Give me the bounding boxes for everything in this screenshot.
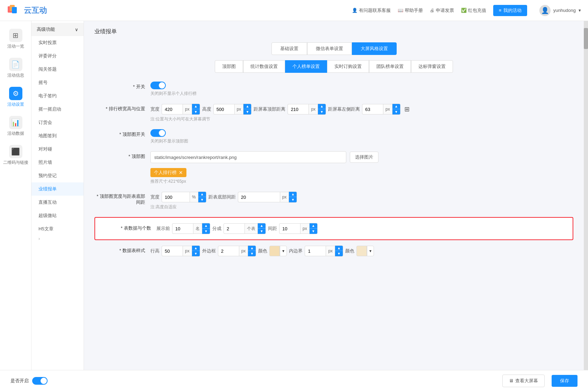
sidebar-item-order[interactable]: 订货会: [31, 116, 84, 129]
bottom-margin-up-btn[interactable]: ▲: [289, 192, 297, 197]
data-icon: 📊: [9, 116, 22, 129]
height-unit: px: [234, 104, 243, 114]
row-height-unit: px: [183, 246, 192, 256]
sidebar-item-activity-data[interactable]: 📊 活动数据: [0, 112, 31, 141]
split-up-btn[interactable]: ▲: [258, 223, 265, 229]
nav-invoice[interactable]: 🖨 申请发票: [430, 7, 454, 14]
sidebar-item-h5[interactable]: H5文章: [31, 222, 84, 236]
header-nav: 👤 有问题联系客服 📖 帮助手册 🖨 申请发票 ✅ 红包充值 ≡ 我的活动 👤 …: [352, 5, 581, 16]
logo-icon: [7, 4, 21, 18]
color2-swatch[interactable]: [356, 246, 367, 256]
top-dist-down-btn[interactable]: ▼: [318, 109, 326, 114]
nav-recharge[interactable]: ✅ 红包充值: [461, 7, 486, 14]
tab-group-main: 基础设置 微信表单设置 大屏风格设置: [94, 42, 573, 55]
topimg-width-input[interactable]: [162, 192, 190, 202]
switch-toggle[interactable]: [150, 82, 166, 89]
file-path-input[interactable]: [150, 151, 346, 163]
subtab-personal-rank[interactable]: 个人榜单设置: [285, 60, 327, 73]
subtab-target-popup[interactable]: 达标弹窗设置: [411, 60, 453, 73]
left-dist-up-btn[interactable]: ▲: [392, 104, 400, 109]
height-down-btn[interactable]: ▼: [243, 109, 251, 114]
user-area[interactable]: 👤 yunhudong ▾: [539, 5, 581, 16]
outer-border-input[interactable]: [218, 246, 239, 256]
subtab-top-image[interactable]: 顶部图: [215, 60, 243, 73]
nav-help[interactable]: 📖 帮助手册: [398, 7, 423, 14]
sidebar-item-reservation[interactable]: 预约登记: [31, 169, 84, 182]
topimg-width-up-btn[interactable]: ▲: [198, 192, 206, 197]
bottom-toggle[interactable]: [32, 377, 48, 385]
topimg-width-down-btn[interactable]: ▼: [198, 197, 206, 202]
sidebar-item-quiz[interactable]: 闯关答题: [31, 63, 84, 76]
split-input-box: 个表 ▲ ▼: [224, 223, 266, 234]
logo: 云互动: [7, 4, 47, 18]
height-up-btn[interactable]: ▲: [243, 104, 251, 109]
sidebar-item-lottery[interactable]: 摇号: [31, 76, 84, 89]
show-before-up-btn[interactable]: ▲: [202, 223, 210, 229]
tab-wechat-form[interactable]: 微信表单设置: [307, 42, 352, 55]
sidebar-item-qr[interactable]: ⬛ 二维码与链接: [0, 141, 31, 170]
sidebar-item-photo-wall[interactable]: 照片墙: [31, 156, 84, 169]
gap-up-btn[interactable]: ▲: [310, 223, 317, 229]
topimg-content: 选择图片 个人排行榜 ✕ 推荐尺寸:421*65px: [150, 151, 573, 184]
bottom-margin-label: 距表底部间距: [208, 194, 236, 200]
width-down-btn[interactable]: ▼: [192, 109, 200, 114]
save-button[interactable]: 保存: [552, 375, 578, 387]
sidebar-item-activity-settings[interactable]: ⚙ 活动设置: [0, 83, 31, 112]
color1-dropdown[interactable]: ▾: [280, 246, 287, 256]
row-height-input[interactable]: [162, 246, 183, 256]
sidebar-item-judge[interactable]: 评委评分: [31, 49, 84, 63]
scrollbar[interactable]: [584, 21, 588, 370]
inner-border-up-btn[interactable]: ▲: [335, 246, 343, 251]
color2-dropdown[interactable]: ▾: [367, 246, 374, 256]
sidebar-item-map[interactable]: 地图签到: [31, 129, 84, 142]
subtab-stats[interactable]: 统计数值设置: [243, 60, 285, 73]
top-dist-input[interactable]: [288, 104, 309, 114]
subtab-realtime-order[interactable]: 实时订购设置: [327, 60, 369, 73]
split-input[interactable]: [224, 223, 245, 234]
color2-label: 颜色: [345, 248, 354, 254]
gap-down-btn[interactable]: ▼: [310, 229, 317, 234]
sidebar-item-activity-info[interactable]: 📄 活动信息: [0, 54, 31, 83]
sidebar-item-activity-list[interactable]: ⊞ 活动一览: [0, 25, 31, 54]
view-screen-button[interactable]: 🖥 查看大屏幕: [502, 375, 545, 387]
left-dist-down-btn[interactable]: ▼: [392, 109, 400, 114]
show-before-down-btn[interactable]: ▼: [202, 229, 210, 234]
sidebar-item-match[interactable]: 对对碰: [31, 142, 84, 156]
file-input-area: 选择图片: [150, 151, 573, 163]
nav-customer-service[interactable]: 👤 有问题联系客服: [352, 7, 391, 14]
topimg-switch-toggle[interactable]: [150, 129, 166, 137]
sidebar-item-sign[interactable]: 电子签约: [31, 89, 84, 103]
width-up-btn[interactable]: ▲: [192, 104, 200, 109]
sidebar-item-vote[interactable]: 实时投票: [31, 36, 84, 49]
split-down-btn[interactable]: ▼: [258, 229, 265, 234]
tab-bigscreen-style[interactable]: 大屏风格设置: [352, 42, 397, 55]
my-activity-button[interactable]: ≡ 我的活动: [493, 5, 527, 16]
gap-input-box: px ▲ ▼: [279, 223, 318, 234]
bottom-margin-input[interactable]: [238, 192, 280, 202]
sidebar-item-shake[interactable]: 摇一摇启动: [31, 103, 84, 116]
sidebar-menu-header[interactable]: 高级功能 ∨: [31, 23, 84, 36]
sidebar-item-microsite[interactable]: 超级微站: [31, 209, 84, 222]
subtab-team-rank[interactable]: 团队榜单设置: [369, 60, 411, 73]
top-dist-up-btn[interactable]: ▲: [318, 104, 326, 109]
tab-basic-settings[interactable]: 基础设置: [271, 42, 307, 55]
row-height-up-btn[interactable]: ▲: [192, 246, 200, 251]
outer-border-up-btn[interactable]: ▲: [248, 246, 256, 251]
inner-border-input[interactable]: [305, 246, 326, 256]
top-dist-label: 距屏幕顶部距离: [254, 106, 285, 112]
inner-border-down-btn[interactable]: ▼: [335, 251, 343, 256]
sidebar-item-performance[interactable]: 业绩报单: [31, 182, 84, 196]
left-dist-input[interactable]: [362, 104, 383, 114]
bottom-margin-down-btn[interactable]: ▼: [289, 197, 297, 202]
height-input[interactable]: [213, 104, 234, 114]
split-unit: 个表: [245, 223, 257, 234]
row-height-down-btn[interactable]: ▼: [192, 251, 200, 256]
choose-image-button[interactable]: 选择图片: [350, 152, 378, 163]
width-input[interactable]: [162, 104, 183, 114]
tag-close-button[interactable]: ✕: [179, 170, 183, 175]
sidebar-item-live[interactable]: 直播互动: [31, 196, 84, 209]
show-before-input[interactable]: [172, 223, 193, 234]
gap-input[interactable]: [279, 223, 300, 234]
color1-swatch[interactable]: [269, 246, 280, 256]
outer-border-down-btn[interactable]: ▼: [248, 251, 256, 256]
